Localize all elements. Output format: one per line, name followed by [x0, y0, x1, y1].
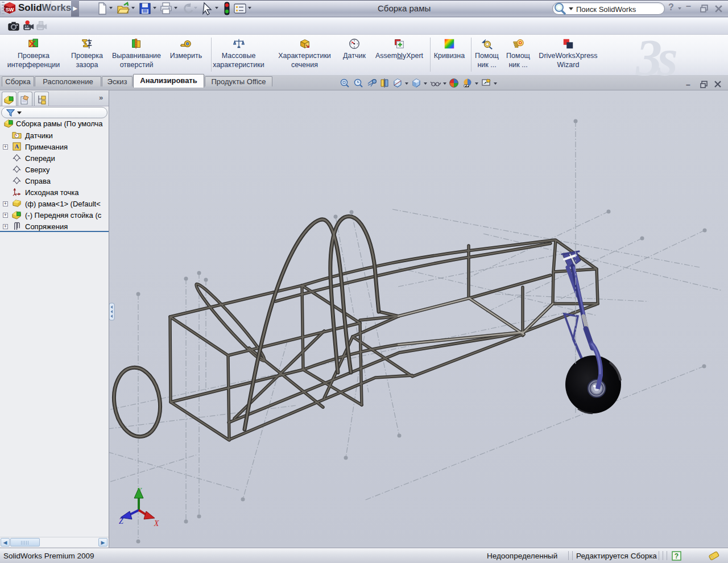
svg-text:Z: Z	[119, 517, 123, 525]
svg-text:X: X	[154, 519, 159, 528]
svg-text:A: A	[15, 143, 19, 150]
svg-text:?: ?	[675, 552, 679, 560]
